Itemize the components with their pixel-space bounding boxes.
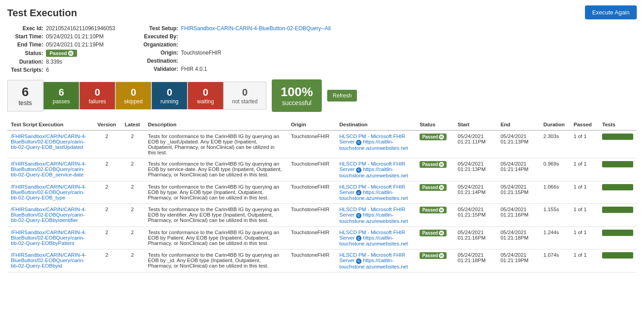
destination-cell: HLSCD PM - Microsoft FHIR Server C https… [336,158,416,181]
version-cell: 2 [93,181,120,204]
duration-cell: 1.066s [540,181,570,204]
destination-cell: HLSCD PM - Microsoft FHIR Server C https… [336,204,416,227]
w-indicator: W [439,231,444,236]
refresh-button[interactable]: Refresh [327,90,357,102]
table-header: Test Script Execution Version Latest Des… [7,119,637,130]
passed-badge: Passed W [420,134,447,140]
table-row: /FHIRSandbox/CARIN/CARIN-4-BlueButton/02… [7,249,637,272]
table-body: /FHIRSandbox/CARIN/CARIN-4-BlueButton/02… [7,130,637,272]
success-pct: 100% [281,85,313,99]
exec-id-value: 20210524162110961946053 [46,25,115,32]
test-setup-link[interactable]: FHIRSandbox-CARIN-CARIN-4-BlueButton-02-… [181,25,331,32]
end-cell: 05/24/202101:21:13PM [497,130,540,158]
col-header-tests: Tests [598,119,637,130]
origin-cell: TouchstoneFHIR [287,204,336,227]
version-cell: 2 [93,226,120,249]
destination-cell: HLSCD PM - Microsoft FHIR Server C https… [336,181,416,204]
success-box: 100% successful [272,79,322,112]
destination-link[interactable]: HLSCD PM - Microsoft FHIR Server C https… [339,230,408,247]
col-header-status: Status [416,119,454,130]
script-link[interactable]: /FHIRSandbox/CARIN/CARIN-4-BlueButton/02… [11,184,86,200]
end-time-label: End Time: [7,42,43,48]
destination-cell: HLSCD PM - Microsoft FHIR Server C https… [336,130,416,158]
version-cell: 2 [93,130,120,158]
col-header-start: Start [454,119,497,130]
col-header-description: Description [144,119,287,130]
test-setup-label: Test Setup: [142,25,178,32]
w-badge: W [68,51,73,56]
header-info: Exec Id: 20210524162110961946053 Start T… [7,25,637,73]
origin-label: Origin: [142,50,178,56]
script-link[interactable]: /FHIRSandbox/CARIN/CARIN-4-BlueButton/02… [11,207,86,223]
passes-label: passes [52,98,71,105]
w-indicator: W [439,134,444,139]
start-cell: 05/24/202101:21:15PM [454,204,497,227]
not-started-count: 0 [232,87,258,98]
test-scripts-value: 6 [46,67,49,73]
end-cell: 05/24/202101:21:14PM [497,158,540,181]
passed-cell: 1 of 1 [570,181,598,204]
origin-cell: TouchstoneFHIR [287,158,336,181]
duration-label: Duration: [7,59,43,65]
duration-value: 8.339s [46,59,62,65]
duration-cell: 1.155s [540,204,570,227]
end-cell: 05/24/202101:21:19PM [497,249,540,272]
destination-link[interactable]: HLSCD PM - Microsoft FHIR Server C https… [339,134,408,151]
progress-bar [602,207,633,213]
col-header-end: End [497,119,540,130]
duration-cell: 2.303s [540,130,570,158]
script-link[interactable]: /FHIRSandbox/CARIN/CARIN-4-BlueButton/02… [11,230,86,246]
version-cell: 2 [93,249,120,272]
script-link[interactable]: /FHIRSandbox/CARIN/CARIN-4-BlueButton/02… [11,252,86,268]
organization-label: Organization: [142,42,178,48]
tests-count: 6 [16,85,35,99]
col-header-script: Test Script Execution [7,119,93,130]
skipped-count: 0 [124,87,143,98]
script-link[interactable]: /FHIRSandbox/CARIN/CARIN-4-BlueButton/02… [11,161,86,177]
start-cell: 05/24/202101:21:18PM [454,249,497,272]
latest-cell: 2 [120,181,144,204]
passed-badge: Passed W [420,252,447,259]
latest-cell: 2 [120,204,144,227]
failures-summary: 0 failures [79,82,115,110]
start-cell: 05/24/202101:21:14PM [454,181,497,204]
latest-cell: 2 [120,249,144,272]
validator-value: FHIR 4.0.1 [181,66,207,72]
not-started-label: not started [232,98,258,105]
progress-bar [602,184,633,190]
destination-link[interactable]: HLSCD PM - Microsoft FHIR Server C https… [339,184,408,201]
tests-cell [598,204,637,227]
description-cell: Tests for conformance to the Carin4BB IG… [144,226,287,249]
script-link[interactable]: /FHIRSandbox/CARIN/CARIN-4-BlueButton/02… [11,134,86,150]
status-cell: Passed W [416,226,454,249]
description-cell: Tests for conformance to the Carin4BB IG… [144,204,287,227]
passed-cell: 1 of 1 [570,249,598,272]
version-cell: 2 [93,158,120,181]
success-label: successful [281,99,313,106]
destination-link[interactable]: HLSCD PM - Microsoft FHIR Server C https… [339,161,408,178]
tests-cell [598,226,637,249]
progress-bar [602,161,633,167]
execute-again-button[interactable]: Execute Again [585,5,637,19]
description-cell: Tests for conformance to the Carin4BB IG… [144,130,287,158]
passed-badge: Passed W [420,207,447,213]
destination-link[interactable]: HLSCD PM - Microsoft FHIR Server C https… [339,207,408,224]
validator-label: Validator: [142,66,178,72]
header-col-left: Exec Id: 20210524162110961946053 Start T… [7,25,115,73]
status-cell: Passed W [416,130,454,158]
version-cell: 2 [93,204,120,227]
progress-bar [602,252,633,259]
tests-cell [598,181,637,204]
destination-link[interactable]: HLSCD PM - Microsoft FHIR Server C https… [339,252,408,269]
destination-label: Destination: [142,58,178,64]
col-header-version: Version [93,119,120,130]
end-cell: 05/24/202101:21:18PM [497,226,540,249]
header-col-right: Test Setup: FHIRSandbox-CARIN-CARIN-4-Bl… [142,25,331,73]
origin-cell: TouchstoneFHIR [287,130,336,158]
passes-summary: 6 passes [43,82,79,110]
waiting-label: waiting [196,98,215,105]
col-header-origin: Origin [287,119,336,130]
destination-cell: HLSCD PM - Microsoft FHIR Server C https… [336,249,416,272]
start-time-label: Start Time: [7,33,43,40]
failures-count: 0 [88,87,107,98]
